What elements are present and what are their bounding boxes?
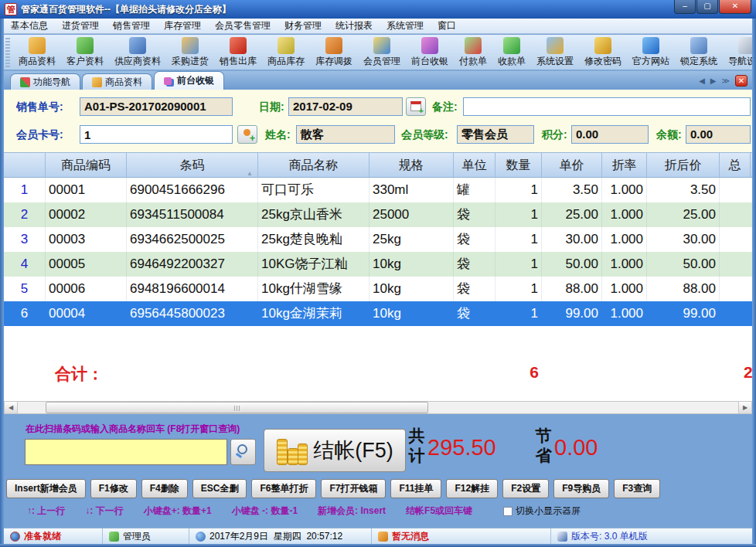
menu-report[interactable]: 统计报表: [329, 18, 380, 34]
table-row[interactable]: 300003693466250002525kg楚良晚籼25kg袋130.001.…: [4, 227, 752, 252]
toolbar-item-lock-system[interactable]: 锁定系统: [675, 36, 723, 70]
menu-window[interactable]: 窗口: [431, 18, 463, 34]
table-row[interactable]: 500006694819660001410kg什湖雪缘10kg袋188.001.…: [4, 277, 752, 301]
member-level-label: 会员等级:: [401, 128, 448, 142]
points-field: 0.00: [571, 125, 649, 144]
horizontal-scrollbar[interactable]: ◀ ▶: [4, 401, 752, 414]
tab-function-nav[interactable]: 功能导航: [10, 73, 80, 90]
search-button[interactable]: [230, 439, 256, 465]
status-version: 版本号: 3.0 单机版: [551, 528, 752, 544]
checkout-button[interactable]: 结帐(F5): [264, 429, 406, 472]
function-button-row: Insert新增会员 F1修改 F4删除 ESC全删 F6整单打折 F7打开钱箱…: [6, 479, 752, 498]
col-discount-rate[interactable]: 折率: [602, 153, 647, 177]
col-discounted-price[interactable]: 折后价: [647, 153, 720, 177]
member-card-input[interactable]: [80, 125, 233, 144]
close-button[interactable]: ✕: [719, 0, 751, 14]
f12-resume-bill-button[interactable]: F12解挂: [446, 479, 498, 498]
menu-sales-mgmt[interactable]: 销售管理: [106, 18, 157, 34]
toolbar-item-payment[interactable]: 付款单: [454, 36, 492, 70]
key-icon: [594, 37, 611, 54]
date-field[interactable]: 2017-02-09: [288, 97, 403, 116]
toolbar-item-nav-settings[interactable]: 导航设置: [723, 36, 752, 70]
col-qty[interactable]: 数量: [495, 153, 542, 177]
scan-barcode-input[interactable]: [25, 439, 227, 465]
f2-settings-button[interactable]: F2设置: [502, 479, 549, 498]
calendar-button[interactable]: +: [406, 97, 426, 116]
remark-input[interactable]: [463, 97, 751, 116]
table-row[interactable]: 1000016900451666296可口可乐330ml罐13.501.0003…: [4, 178, 752, 202]
toolbar-item-settings[interactable]: 系统设置: [531, 36, 579, 70]
tab-list-chevron-icon[interactable]: ≫: [722, 76, 730, 85]
tab-goods-data[interactable]: 商品资料: [82, 73, 152, 90]
savings-label: 节省: [534, 426, 553, 467]
scrollbar-thumb[interactable]: [46, 402, 428, 413]
toolbar-grip: [5, 38, 10, 67]
col-code[interactable]: 商品编码: [46, 153, 127, 177]
col-rowno[interactable]: [4, 153, 46, 177]
toolbar-item-cashier[interactable]: 前台收银: [406, 36, 454, 70]
toolbar-item-goods[interactable]: 商品资料: [13, 36, 61, 70]
bill-no-label: 销售单号:: [16, 100, 63, 114]
col-price[interactable]: 单价: [542, 153, 602, 177]
balance-field: 0.00: [686, 125, 751, 144]
toolbar-item-purchase-in[interactable]: 采购进货: [166, 36, 214, 70]
table-row[interactable]: 400005694649220032710KG饶子江籼10kg袋150.001.…: [4, 252, 752, 277]
f3-query-button[interactable]: F3查询: [614, 479, 660, 498]
esc-delete-all-button[interactable]: ESC全删: [192, 479, 247, 498]
f1-edit-button[interactable]: F1修改: [90, 479, 137, 498]
col-spec[interactable]: 规格: [369, 153, 454, 177]
table-row-selected[interactable]: 600004695644580002310kg金湖茉莉10kg袋199.001.…: [4, 301, 752, 326]
shortcut-hints: ↑: 上一行 ↓: 下一行 小键盘+: 数量+1 小键盘 -: 数量-1 新增会…: [27, 505, 752, 518]
menu-member-retail-mgmt[interactable]: 会员零售管理: [208, 18, 278, 34]
date-label: 日期:: [259, 100, 284, 114]
tab-front-cashier[interactable]: 前台收银: [154, 71, 224, 90]
nav-icon: [20, 77, 30, 87]
menu-basic-info[interactable]: 基本信息: [4, 18, 55, 34]
small-display-checkbox[interactable]: [503, 507, 513, 516]
f7-open-drawer-button[interactable]: F7打开钱箱: [321, 479, 386, 498]
menu-purchase-mgmt[interactable]: 进货管理: [55, 18, 106, 34]
member-icon: [373, 37, 390, 54]
points-label: 积分:: [542, 128, 567, 142]
toolbar-item-transfer[interactable]: 库存调拨: [310, 36, 358, 70]
tab-scroll-left-icon[interactable]: ◀: [699, 76, 705, 85]
tab-close-button[interactable]: ✕: [735, 75, 747, 87]
menu-finance-mgmt[interactable]: 财务管理: [278, 18, 329, 34]
f11-hold-bill-button[interactable]: F11挂单: [390, 479, 441, 498]
menu-system-mgmt[interactable]: 系统管理: [380, 18, 431, 34]
f6-discount-all-button[interactable]: F6整单打折: [251, 479, 316, 498]
savings-value: 0.00: [554, 435, 598, 460]
message-icon: [378, 532, 388, 542]
f9-salesperson-button[interactable]: F9导购员: [553, 479, 609, 498]
toolbar-item-password[interactable]: 修改密码: [579, 36, 627, 70]
toolbar-item-customers[interactable]: 客户资料: [61, 36, 109, 70]
f4-delete-button[interactable]: F4删除: [141, 479, 188, 498]
col-barcode[interactable]: 条码▲: [127, 153, 258, 177]
col-name[interactable]: 商品名称: [258, 153, 369, 177]
scroll-left-icon[interactable]: ◀: [5, 402, 18, 413]
col-total[interactable]: 总: [720, 153, 751, 177]
toolbar-item-suppliers[interactable]: 供应商资料: [109, 36, 166, 70]
toolbar-item-receipt[interactable]: 收款单: [492, 36, 531, 70]
toolbar-item-website[interactable]: 官方网站: [627, 36, 675, 70]
col-unit[interactable]: 单位: [454, 153, 495, 177]
totals-row: 合计： 6 2: [4, 362, 752, 388]
toolbar-item-members[interactable]: 会员管理: [358, 36, 406, 70]
total-amount-clipped: 2: [744, 363, 753, 382]
toolbar-item-stock[interactable]: 商品库存: [262, 36, 310, 70]
scroll-right-icon[interactable]: ▶: [738, 402, 751, 413]
tab-scroll-right-icon[interactable]: ▶: [710, 76, 717, 85]
grid-header-row: 商品编码 条码▲ 商品名称 规格 单位 数量 单价 折率 折后价 总: [4, 153, 752, 178]
bill-no-field: A01-PS-201702090001: [80, 97, 233, 116]
cashier-icon: [421, 37, 438, 54]
minimize-button[interactable]: –: [674, 0, 696, 14]
insert-add-member-button[interactable]: Insert新增会员: [6, 479, 86, 498]
toolbar-item-sales-out[interactable]: 销售出库: [214, 36, 262, 70]
coins-icon: [276, 434, 308, 467]
status-ready-icon: [10, 532, 20, 542]
cashier-icon: [164, 77, 172, 85]
add-member-button[interactable]: +: [237, 125, 257, 144]
menu-stock-mgmt[interactable]: 库存管理: [157, 18, 208, 34]
table-row[interactable]: 200002693451150008425kg京山香米25000袋125.001…: [4, 202, 752, 227]
maximize-button[interactable]: ▢: [696, 0, 718, 14]
